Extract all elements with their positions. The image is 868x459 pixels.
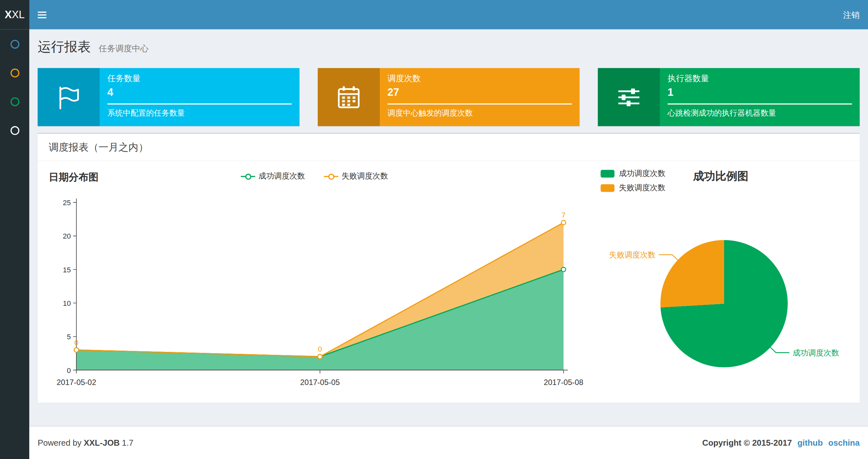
stat-boxes-row: 任务数量 4 系统中配置的任务数量: [29, 58, 868, 133]
oschina-link[interactable]: oschina: [828, 438, 860, 448]
legend-swatch-icon: [601, 184, 615, 192]
circle-outline-icon: [10, 68, 19, 77]
legend-item-fail[interactable]: 失败调度次数: [601, 183, 665, 193]
pie-slice-fail: [660, 240, 724, 307]
x-tick-label: 2017-05-02: [57, 378, 96, 387]
github-link[interactable]: github: [798, 438, 823, 448]
footer-powered-by: Powered byXXL-JOB1.7: [38, 438, 133, 448]
product-name: XXL-JOB: [84, 438, 120, 448]
y-tick-label: 0: [67, 366, 71, 374]
info-box-progress-bar: [388, 103, 572, 104]
fail-marker: [74, 348, 79, 352]
logout-link[interactable]: 注销: [843, 0, 860, 29]
y-tick-label: 10: [63, 299, 71, 307]
main-footer: Powered byXXL-JOB1.7 Copyright © 2015-20…: [29, 426, 868, 459]
info-box-content: 执行器数量 1 心跳检测成功的执行器机器数量: [660, 68, 860, 126]
xxl-job-dashboard: XXL 注销 运行报表 任务调度中心: [0, 0, 868, 459]
legend-swatch-icon: [601, 170, 615, 177]
fail-marker: [318, 355, 322, 359]
top-navbar: XXL 注销: [0, 0, 868, 29]
x-tick-label: 2017-05-08: [544, 378, 583, 387]
powered-prefix: Powered by: [38, 438, 82, 448]
fail-marker: [561, 221, 566, 225]
fail-point-label: 7: [562, 211, 565, 219]
panel-title: 调度报表（一月之内）: [38, 134, 860, 161]
legend-label: 失败调度次数: [341, 171, 388, 182]
info-box-number: 27: [388, 86, 572, 98]
sidebar-item-4[interactable]: [0, 116, 29, 145]
panel-body: 日期分布图 成功调度次数 失败调度次数 05101520252017-05-02…: [38, 161, 860, 403]
info-box-content: 任务数量 4 系统中配置的任务数量: [100, 68, 300, 126]
info-box-executors: 执行器数量 1 心跳检测成功的执行器机器数量: [598, 68, 860, 126]
legend-label: 失败调度次数: [619, 183, 665, 193]
legend-label: 成功调度次数: [619, 169, 665, 179]
success-ratio-chart: 成功调度次数 失败调度次数 成功比例图 成功调度次数失败调度次数: [598, 167, 855, 400]
pie-slice-label: 成功调度次数: [793, 348, 839, 357]
circle-outline-icon: [10, 97, 19, 106]
info-box-triggers: 调度次数 27 调度中心触发的调度次数: [318, 68, 580, 126]
success-marker: [561, 267, 566, 272]
sidebar: [0, 29, 29, 459]
sidebar-item-3[interactable]: [0, 87, 29, 116]
sliders-icon: [598, 68, 660, 126]
y-tick-label: 15: [63, 266, 71, 274]
legend-item-success[interactable]: 成功调度次数: [601, 169, 665, 179]
pie-slice-label: 失败调度次数: [609, 250, 655, 259]
legend-item-success[interactable]: 成功调度次数: [241, 171, 305, 182]
fail-point-label: 0: [318, 345, 322, 353]
pie-label-line: [770, 347, 789, 353]
pie-label-line: [659, 255, 678, 260]
calendar-icon: [318, 68, 380, 126]
circle-outline-icon: [10, 40, 19, 49]
info-box-progress-bar: [668, 103, 852, 104]
info-box-jobs: 任务数量 4 系统中配置的任务数量: [38, 68, 300, 126]
page-title: 运行报表: [38, 39, 91, 54]
info-box-number: 1: [668, 86, 852, 98]
line-circle-marker-icon: [241, 173, 255, 179]
y-tick-label: 25: [63, 199, 71, 207]
info-box-description: 调度中心触发的调度次数: [388, 108, 572, 119]
report-panel: 调度报表（一月之内） 日期分布图 成功调度次数 失败调度次数: [38, 133, 860, 403]
page-subtitle: 任务调度中心: [99, 44, 149, 53]
flag-icon: [38, 68, 100, 126]
line-chart-plot: 05101520252017-05-022017-05-052017-05-08…: [49, 194, 580, 396]
app-logo-text: XXL: [5, 8, 25, 21]
app-logo[interactable]: XXL: [0, 0, 29, 29]
info-box-title: 调度次数: [388, 74, 572, 84]
info-box-title: 任务数量: [107, 74, 292, 84]
hamburger-icon: [38, 11, 46, 18]
info-box-title: 执行器数量: [668, 74, 852, 84]
sidebar-toggle-button[interactable]: [29, 0, 55, 29]
y-tick-label: 5: [67, 333, 71, 341]
line-circle-marker-icon: [324, 173, 338, 179]
pie-chart-title: 成功比例图: [693, 169, 748, 184]
page-header: 运行报表 任务调度中心: [29, 29, 868, 58]
line-chart-legend: 成功调度次数 失败调度次数: [49, 171, 580, 182]
info-box-progress-bar: [107, 103, 292, 104]
info-box-description: 系统中配置的任务数量: [107, 108, 292, 119]
date-distribution-chart: 日期分布图 成功调度次数 失败调度次数 05101520252017-05-02…: [49, 167, 580, 400]
pie-chart-plot: 成功调度次数失败调度次数: [598, 194, 855, 399]
info-box-number: 4: [107, 86, 292, 98]
pie-chart-legend: 成功调度次数 失败调度次数: [601, 169, 665, 193]
fail-point-label: 0: [74, 338, 78, 347]
sidebar-item-2[interactable]: [0, 59, 29, 88]
product-version: 1.7: [122, 438, 133, 448]
footer-copyright: Copyright © 2015-2017 github oschina: [702, 438, 860, 448]
circle-outline-icon: [10, 126, 19, 135]
x-tick-label: 2017-05-05: [300, 378, 340, 387]
main-content: 运行报表 任务调度中心 任务数量 4 系统中配置的任务数量: [29, 29, 868, 459]
copyright-text: Copyright © 2015-2017: [702, 438, 792, 448]
sidebar-item-1[interactable]: [0, 30, 29, 59]
sidebar-menu: [0, 30, 29, 145]
legend-label: 成功调度次数: [258, 171, 305, 182]
info-box-description: 心跳检测成功的执行器机器数量: [668, 108, 852, 119]
y-tick-label: 20: [63, 232, 71, 240]
legend-item-fail[interactable]: 失败调度次数: [324, 171, 388, 182]
info-box-content: 调度次数 27 调度中心触发的调度次数: [380, 68, 580, 126]
